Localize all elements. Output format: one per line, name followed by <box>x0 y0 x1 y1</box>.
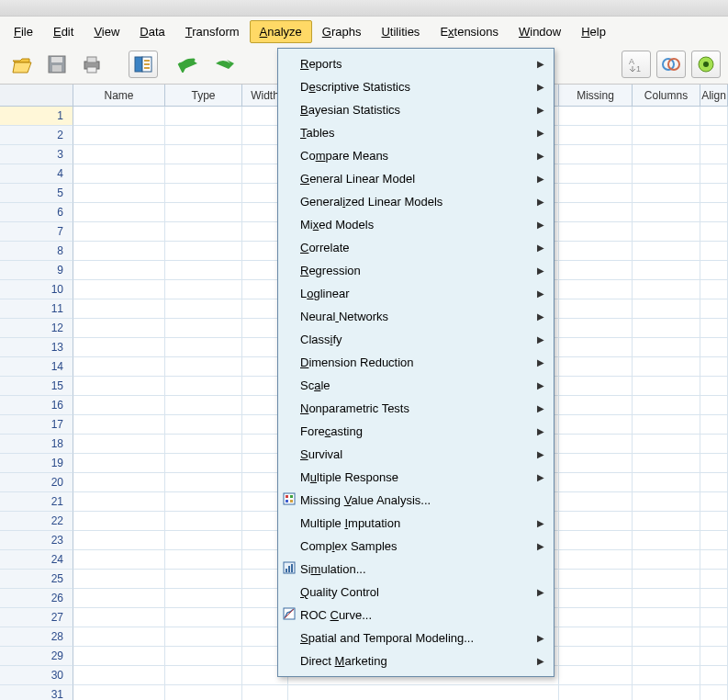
cell[interactable] <box>165 550 242 570</box>
cell[interactable] <box>633 685 700 700</box>
cell[interactable] <box>559 338 633 357</box>
redo-button[interactable] <box>209 51 239 78</box>
cell[interactable] <box>700 608 728 627</box>
cell[interactable] <box>700 357 728 377</box>
cell[interactable] <box>559 261 633 280</box>
cell[interactable] <box>73 685 165 700</box>
cell[interactable] <box>559 435 633 454</box>
row-header[interactable]: 3 <box>0 145 73 164</box>
cell[interactable] <box>633 145 700 164</box>
cell[interactable] <box>633 473 700 492</box>
cell[interactable] <box>633 222 700 242</box>
cell[interactable] <box>165 647 242 666</box>
menu-item-complex-samples[interactable]: Complex Samples▶ <box>278 535 554 558</box>
row-header[interactable]: 20 <box>0 473 73 492</box>
menu-item-nonparametric-tests[interactable]: Nonparametric Tests▶ <box>278 397 554 420</box>
cell[interactable] <box>559 570 633 589</box>
cell[interactable] <box>165 222 242 242</box>
table-row[interactable]: 31 <box>0 685 728 700</box>
save-button[interactable] <box>42 51 72 78</box>
cell[interactable] <box>559 145 633 164</box>
cell[interactable] <box>73 242 165 261</box>
menu-item-descriptive-statistics[interactable]: Descriptive Statistics▶ <box>278 75 554 98</box>
row-header[interactable]: 31 <box>0 685 73 700</box>
cell[interactable] <box>73 647 165 666</box>
cell[interactable] <box>633 319 700 338</box>
cell[interactable] <box>559 685 633 700</box>
cell[interactable] <box>165 261 242 280</box>
cell[interactable] <box>633 608 700 627</box>
cell[interactable] <box>73 435 165 454</box>
cell[interactable] <box>700 512 728 531</box>
cell[interactable] <box>633 492 700 512</box>
cell[interactable] <box>633 338 700 357</box>
cell[interactable] <box>73 415 165 435</box>
row-header[interactable]: 29 <box>0 647 73 666</box>
cell[interactable] <box>288 685 559 700</box>
cell[interactable] <box>165 415 242 435</box>
cell[interactable] <box>559 473 633 492</box>
cell[interactable] <box>633 435 700 454</box>
menu-utilities[interactable]: Utilities <box>371 20 430 43</box>
cell[interactable] <box>73 222 165 242</box>
menu-window[interactable]: Window <box>509 20 571 43</box>
row-header[interactable]: 19 <box>0 454 73 473</box>
cell[interactable] <box>633 627 700 647</box>
col-align[interactable]: Align <box>700 85 728 106</box>
row-header[interactable]: 16 <box>0 396 73 415</box>
row-header[interactable]: 2 <box>0 126 73 145</box>
cell[interactable] <box>633 184 700 203</box>
menu-item-reports[interactable]: Reports▶ <box>278 52 554 75</box>
cell[interactable] <box>633 647 700 666</box>
cell[interactable] <box>165 319 242 338</box>
cell[interactable] <box>73 357 165 377</box>
row-header[interactable]: 22 <box>0 512 73 531</box>
cell[interactable] <box>633 666 700 685</box>
cell[interactable] <box>633 164 700 184</box>
cell[interactable] <box>73 492 165 512</box>
menu-analyze[interactable]: Analyze <box>250 20 312 43</box>
cell[interactable] <box>559 627 633 647</box>
cell[interactable] <box>73 473 165 492</box>
col-columns[interactable]: Columns <box>633 85 700 106</box>
cell[interactable] <box>633 107 700 126</box>
cell[interactable] <box>559 184 633 203</box>
cell[interactable] <box>559 280 633 299</box>
cell[interactable] <box>73 107 165 126</box>
cell[interactable] <box>73 164 165 184</box>
sort-button[interactable]: A1 <box>622 51 651 78</box>
undo-button[interactable] <box>174 51 204 78</box>
row-header[interactable]: 17 <box>0 415 73 435</box>
cell[interactable] <box>73 550 165 570</box>
cell[interactable] <box>700 492 728 512</box>
menu-file[interactable]: File <box>4 20 43 43</box>
menu-item-scale[interactable]: Scale▶ <box>278 374 554 397</box>
menu-view[interactable]: View <box>84 20 129 43</box>
cell[interactable] <box>165 242 242 261</box>
cell[interactable] <box>559 222 633 242</box>
row-header[interactable]: 18 <box>0 435 73 454</box>
cell[interactable] <box>559 531 633 550</box>
cell[interactable] <box>165 492 242 512</box>
cell[interactable] <box>559 396 633 415</box>
menu-item-bayesian-statistics[interactable]: Bayesian Statistics▶ <box>278 98 554 121</box>
add-button[interactable] <box>691 51 721 78</box>
col-missing[interactable]: Missing <box>559 85 633 106</box>
row-header[interactable]: 30 <box>0 666 73 685</box>
cell[interactable] <box>165 435 242 454</box>
cell[interactable] <box>700 396 728 415</box>
cell[interactable] <box>559 608 633 627</box>
cell[interactable] <box>73 280 165 299</box>
menu-help[interactable]: Help <box>571 20 616 43</box>
cell[interactable] <box>165 357 242 377</box>
menu-item-tables[interactable]: Tables▶ <box>278 121 554 144</box>
cell[interactable] <box>559 126 633 145</box>
cell[interactable] <box>700 377 728 396</box>
cell[interactable] <box>73 299 165 319</box>
cell[interactable] <box>165 396 242 415</box>
cell[interactable] <box>700 319 728 338</box>
cell[interactable] <box>165 203 242 222</box>
menu-transform[interactable]: Transform <box>175 20 250 43</box>
cell[interactable] <box>559 647 633 666</box>
row-header[interactable]: 23 <box>0 531 73 550</box>
